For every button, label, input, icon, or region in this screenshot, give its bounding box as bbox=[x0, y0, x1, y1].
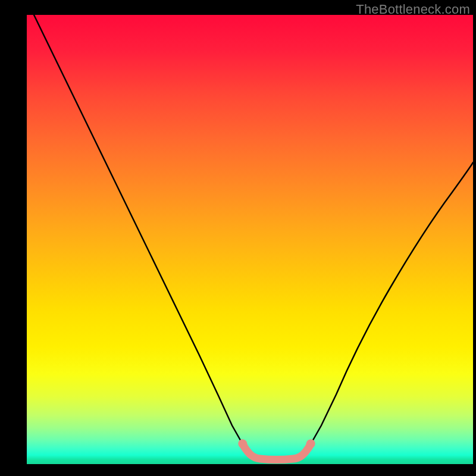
chart-frame: TheBottleneck.com bbox=[0, 0, 476, 476]
flat-zone-end-left bbox=[239, 440, 248, 449]
flat-zone-highlight bbox=[242, 443, 311, 460]
plot-area bbox=[27, 15, 473, 464]
watermark-text: TheBottleneck.com bbox=[356, 2, 470, 17]
flat-zone-end-right bbox=[306, 440, 315, 449]
bottleneck-curve bbox=[34, 15, 473, 460]
curve-layer bbox=[27, 15, 473, 464]
